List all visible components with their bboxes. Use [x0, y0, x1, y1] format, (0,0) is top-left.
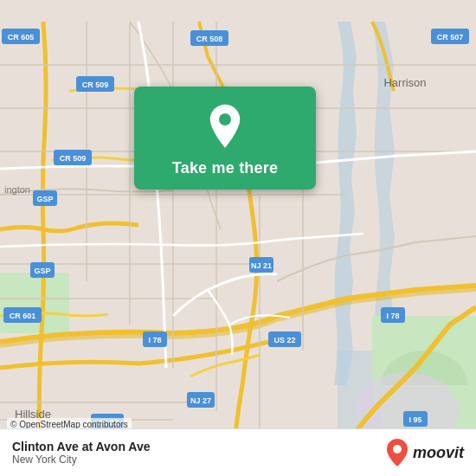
location-pin-icon	[205, 102, 245, 151]
svg-text:US 22: US 22	[273, 336, 295, 344]
svg-text:CR 605: CR 605	[8, 33, 35, 42]
svg-rect-2	[0, 273, 69, 333]
location-info: Clinton Ave at Avon Ave New York City	[12, 440, 150, 466]
svg-point-56	[393, 445, 402, 453]
svg-text:I 78: I 78	[386, 312, 399, 320]
map-container: CR 605 GSP GSP CR 509 CR 509 CR 508 CR 5…	[0, 0, 476, 476]
svg-text:CR 509: CR 509	[60, 154, 87, 163]
moovit-pin-icon	[385, 438, 409, 467]
moovit-logo: moovit	[385, 438, 464, 467]
svg-text:Harrison: Harrison	[383, 76, 426, 89]
svg-point-55	[219, 113, 231, 125]
svg-text:NJ 27: NJ 27	[190, 396, 211, 405]
svg-text:CR 507: CR 507	[437, 33, 464, 42]
svg-text:I 95: I 95	[408, 415, 421, 424]
svg-text:NJ 21: NJ 21	[251, 261, 272, 270]
svg-text:I 78: I 78	[148, 336, 161, 344]
map-svg: CR 605 GSP GSP CR 509 CR 509 CR 508 CR 5…	[0, 0, 476, 476]
svg-text:CR 508: CR 508	[196, 35, 223, 43]
take-me-there-button[interactable]: Take me there	[172, 159, 278, 177]
svg-text:CR 509: CR 509	[82, 80, 109, 89]
svg-text:GSP: GSP	[34, 267, 50, 275]
bottom-bar: Clinton Ave at Avon Ave New York City mo…	[0, 428, 476, 476]
moovit-brand-text: moovit	[413, 444, 464, 462]
svg-text:CR 601: CR 601	[10, 312, 36, 320]
svg-text:ington: ington	[4, 184, 30, 195]
svg-text:GSP: GSP	[36, 195, 53, 203]
location-name: Clinton Ave at Avon Ave	[12, 440, 150, 453]
take-me-there-overlay: Take me there	[134, 87, 316, 190]
location-city: New York City	[12, 453, 150, 466]
